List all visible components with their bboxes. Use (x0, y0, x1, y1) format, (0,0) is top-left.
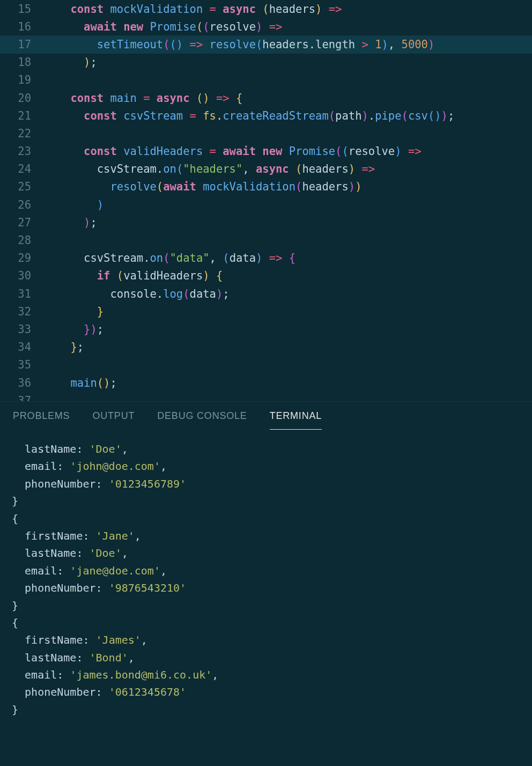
line-number: 16 (0, 20, 44, 33)
code-line[interactable]: 35 (0, 356, 532, 374)
line-number: 34 (0, 341, 44, 353)
code-line[interactable]: 26 ) (0, 196, 532, 213)
line-number: 19 (0, 73, 44, 86)
terminal-line: lastName: 'Doe', (12, 544, 520, 562)
line-number: 25 (0, 180, 44, 193)
line-number: 35 (0, 358, 44, 371)
code-line[interactable]: 30 if (validHeaders) { (0, 267, 532, 285)
code-content[interactable]: setTimeout(() => resolve(headers.length … (44, 38, 532, 51)
code-line[interactable]: 21 const csvStream = fs.createReadStream… (0, 107, 532, 124)
code-line[interactable]: 31 console.log(data); (0, 285, 532, 303)
line-number: 36 (0, 377, 44, 389)
code-editor[interactable]: 15 const mockValidation = async (headers… (0, 0, 532, 401)
code-content[interactable] (44, 73, 532, 86)
line-number: 20 (0, 92, 44, 105)
terminal-line: email: 'jane@doe.com', (12, 562, 520, 579)
terminal-line: { (12, 614, 520, 631)
line-number: 22 (0, 127, 44, 140)
panel-tabs: PROBLEMSOUTPUTDEBUG CONSOLETERMINAL (0, 402, 532, 430)
code-line[interactable]: 16 await new Promise((resolve) => (0, 18, 532, 35)
code-line[interactable]: 15 const mockValidation = async (headers… (0, 0, 532, 18)
terminal-line: email: 'james.bond@mi6.co.uk', (12, 666, 520, 683)
terminal-line: firstName: 'James', (12, 631, 520, 649)
line-number: 28 (0, 234, 44, 247)
code-line[interactable]: 17 setTimeout(() => resolve(headers.leng… (0, 35, 532, 53)
line-number: 31 (0, 288, 44, 300)
code-line[interactable]: 23 const validHeaders = await new Promis… (0, 143, 532, 160)
bottom-panel: PROBLEMSOUTPUTDEBUG CONSOLETERMINAL last… (0, 401, 532, 766)
line-number: 32 (0, 305, 44, 318)
code-line[interactable]: 25 resolve(await mockValidation(headers)… (0, 178, 532, 196)
code-content[interactable]: ); (44, 216, 532, 229)
code-line[interactable]: 28 (0, 231, 532, 249)
code-content[interactable]: csvStream.on("headers", async (headers) … (44, 163, 532, 175)
line-number: 21 (0, 109, 44, 122)
code-line[interactable]: 22 (0, 124, 532, 142)
code-line[interactable]: 29 csvStream.on("data", (data) => { (0, 249, 532, 267)
code-line[interactable]: 34 }; (0, 338, 532, 356)
code-content[interactable]: } (44, 305, 532, 318)
code-content[interactable]: const csvStream = fs.createReadStream(pa… (44, 109, 532, 122)
code-content[interactable]: const mockValidation = async (headers) =… (44, 3, 532, 16)
code-content[interactable]: const main = async () => { (44, 92, 532, 105)
code-line[interactable]: 24 csvStream.on("headers", async (header… (0, 160, 532, 178)
panel-tab-debug-console[interactable]: DEBUG CONSOLE (157, 410, 247, 430)
code-line[interactable]: 36 main(); (0, 374, 532, 392)
panel-tab-terminal[interactable]: TERMINAL (270, 410, 322, 430)
code-line[interactable]: 27 ); (0, 213, 532, 231)
line-number: 23 (0, 145, 44, 158)
code-content[interactable]: ); (44, 56, 532, 69)
panel-tab-problems[interactable]: PROBLEMS (13, 410, 70, 430)
terminal-line: phoneNumber: '9876543210' (12, 579, 520, 596)
terminal-line: } (12, 597, 520, 614)
code-line[interactable]: 32 } (0, 303, 532, 320)
code-line[interactable]: 18 ); (0, 54, 532, 71)
code-line[interactable]: 37 (0, 392, 532, 401)
code-line[interactable]: 20 const main = async () => { (0, 89, 532, 107)
code-content[interactable]: await new Promise((resolve) => (44, 20, 532, 33)
line-number: 18 (0, 56, 44, 69)
terminal-line: phoneNumber: '0612345678' (12, 683, 520, 701)
line-number: 24 (0, 163, 44, 175)
terminal-line: { (12, 510, 520, 527)
line-number: 26 (0, 198, 44, 211)
code-content[interactable] (44, 127, 532, 140)
code-content[interactable]: main(); (44, 377, 532, 389)
terminal-line: email: 'john@doe.com', (12, 458, 520, 475)
terminal-line: lastName: 'Bond', (12, 649, 520, 666)
line-number: 30 (0, 269, 44, 282)
line-number: 27 (0, 216, 44, 229)
line-number: 37 (0, 394, 44, 401)
terminal-line: lastName: 'Doe', (12, 440, 520, 458)
code-line[interactable]: 33 }); (0, 320, 532, 338)
code-content[interactable] (44, 234, 532, 247)
line-number: 33 (0, 323, 44, 336)
code-content[interactable] (44, 394, 532, 401)
code-content[interactable] (44, 358, 532, 371)
line-number: 15 (0, 3, 44, 16)
line-number: 17 (0, 38, 44, 51)
terminal-line: firstName: 'Jane', (12, 527, 520, 544)
panel-tab-output[interactable]: OUTPUT (92, 410, 135, 430)
code-content[interactable]: ) (44, 198, 532, 211)
code-content[interactable]: if (validHeaders) { (44, 269, 532, 282)
code-content[interactable]: resolve(await mockValidation(headers)) (44, 180, 532, 193)
code-content[interactable]: }); (44, 323, 532, 336)
code-content[interactable]: }; (44, 341, 532, 353)
code-content[interactable]: const validHeaders = await new Promise((… (44, 145, 532, 158)
terminal-line: } (12, 701, 520, 718)
terminal-output[interactable]: lastName: 'Doe', email: 'john@doe.com', … (0, 430, 532, 766)
terminal-line: phoneNumber: '0123456789' (12, 475, 520, 492)
line-number: 29 (0, 252, 44, 264)
code-content[interactable]: console.log(data); (44, 288, 532, 300)
terminal-line: } (12, 492, 520, 510)
code-content[interactable]: csvStream.on("data", (data) => { (44, 252, 532, 264)
code-line[interactable]: 19 (0, 71, 532, 89)
